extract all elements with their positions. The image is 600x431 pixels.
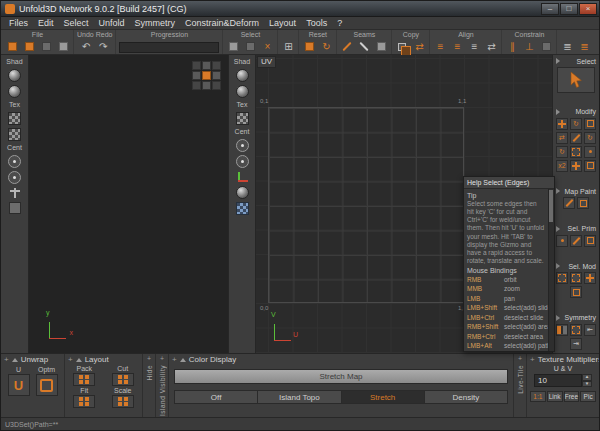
symmetry-plane-icon[interactable]: [570, 324, 582, 336]
free-button[interactable]: Free: [564, 391, 580, 402]
rotate-cw-icon[interactable]: ↻: [556, 146, 568, 158]
constrain-pin-icon[interactable]: [539, 40, 553, 53]
menu-files[interactable]: Files: [4, 17, 33, 30]
new-file-icon[interactable]: [5, 40, 19, 53]
nav-corner-icon[interactable]: [192, 81, 201, 90]
ratio-button[interactable]: 1:1: [530, 391, 546, 402]
menu-select[interactable]: Select: [59, 17, 94, 30]
viewport-nav-cross[interactable]: [192, 61, 221, 90]
lasso-select-icon[interactable]: [570, 272, 582, 284]
nav-up-icon[interactable]: [202, 61, 211, 70]
copy-uv-icon[interactable]: [395, 40, 409, 53]
paste-uv-icon[interactable]: ⇄: [412, 40, 426, 53]
flip-u-icon[interactable]: ⇄: [556, 132, 568, 144]
uv-texture-checker-icon[interactable]: [236, 112, 249, 125]
rect-select-icon[interactable]: [556, 272, 568, 284]
uv-center-selection-icon[interactable]: [236, 155, 249, 168]
collapse-arrow-icon[interactable]: [556, 58, 560, 64]
collapse-arrow-icon[interactable]: [556, 315, 560, 321]
constrain-vertical-icon[interactable]: ⊥: [522, 40, 536, 53]
texture-checker-icon[interactable]: [8, 112, 21, 125]
help-scrollbar-thumb[interactable]: [549, 190, 553, 222]
align-center-icon[interactable]: ≡: [450, 40, 464, 53]
stepper-down-icon[interactable]: ▼: [582, 381, 592, 388]
scale-tool-icon[interactable]: [584, 118, 596, 130]
constrain-horizontal-icon[interactable]: ∥: [505, 40, 519, 53]
live-tile-strip[interactable]: + Live-Tile: [514, 354, 527, 419]
unwrap-header[interactable]: + Unwrap: [1, 354, 64, 365]
viewport-3d[interactable]: y x: [29, 55, 228, 353]
section-modify-header[interactable]: Modify: [553, 107, 599, 117]
symmetry-prev-icon[interactable]: ⇤: [584, 324, 596, 336]
texture-custom-icon[interactable]: [8, 128, 21, 141]
redo-icon[interactable]: ↷: [96, 40, 110, 53]
uv-center-view-icon[interactable]: [236, 139, 249, 152]
select-tool-button[interactable]: [557, 67, 595, 93]
fit-button[interactable]: [73, 395, 95, 408]
collapse-triangle-icon[interactable]: [180, 358, 186, 362]
list-view-icon[interactable]: ≣: [560, 40, 574, 53]
multiplier-value[interactable]: 10: [534, 374, 582, 387]
reset-uv-icon[interactable]: [302, 40, 316, 53]
section-sel-mod-header[interactable]: Sel. Mod: [553, 261, 599, 271]
save-file-icon[interactable]: [39, 40, 53, 53]
shading-smooth-icon[interactable]: [8, 69, 21, 82]
minimize-button[interactable]: –: [541, 3, 559, 15]
cube-view-icon[interactable]: [9, 202, 21, 214]
export-file-icon[interactable]: [56, 40, 70, 53]
mode-off-button[interactable]: Off: [174, 390, 258, 404]
maximize-button[interactable]: □: [560, 3, 578, 15]
select-edge-icon[interactable]: [570, 235, 582, 247]
expand-icon[interactable]: +: [4, 355, 9, 364]
seam-erase-icon[interactable]: [374, 40, 388, 53]
rotate-ccw-icon[interactable]: ↻: [584, 132, 596, 144]
symmetry-next-icon[interactable]: ⇥: [570, 338, 582, 350]
menu-symmetry[interactable]: Symmetry: [130, 17, 181, 30]
expand-icon[interactable]: +: [530, 355, 535, 364]
paint-erase-icon[interactable]: [577, 197, 589, 209]
clear-selection-icon[interactable]: ×: [260, 40, 274, 53]
collapse-arrow-icon[interactable]: [556, 263, 560, 269]
center-view-icon[interactable]: [8, 155, 21, 168]
section-sel-prim-header[interactable]: Sel. Prim: [553, 224, 599, 234]
expand-icon[interactable]: +: [518, 355, 522, 363]
optimize-button[interactable]: [36, 374, 58, 396]
snap-icon[interactable]: [584, 146, 596, 158]
relax-icon[interactable]: [584, 160, 596, 172]
expand-icon[interactable]: +: [147, 355, 151, 363]
menu-tools[interactable]: Tools: [301, 17, 332, 30]
scale-button[interactable]: [112, 395, 134, 408]
menu-help[interactable]: ?: [332, 17, 347, 30]
section-map-paint-header[interactable]: Map Paint: [553, 186, 599, 196]
align-right-icon[interactable]: ≡: [467, 40, 481, 53]
menu-layout[interactable]: Layout: [264, 17, 301, 30]
flip-v-icon[interactable]: [570, 132, 582, 144]
section-symmetry-header[interactable]: Symmetry: [553, 313, 599, 323]
unfold-button[interactable]: U: [8, 374, 30, 396]
nav-home-icon[interactable]: [202, 71, 211, 80]
titlebar[interactable]: Unfold3D Network 9.0.2 [Build 2457] (CG)…: [1, 1, 599, 17]
collapse-arrow-icon[interactable]: [556, 188, 560, 194]
mode-island-topo-button[interactable]: Island Topo: [258, 390, 341, 404]
weld-icon[interactable]: [570, 160, 582, 172]
layout-header[interactable]: + Layout: [65, 354, 142, 365]
pic-button[interactable]: Pic: [580, 391, 596, 402]
nav-corner-icon[interactable]: [192, 61, 201, 70]
mode-density-button[interactable]: Density: [425, 390, 508, 404]
seam-wand-icon[interactable]: [357, 40, 371, 53]
align-left-icon[interactable]: ≡: [433, 40, 447, 53]
rotate-tool-icon[interactable]: ↻: [570, 118, 582, 130]
options-icon[interactable]: ≣: [577, 40, 591, 53]
collapse-arrow-icon[interactable]: [556, 109, 560, 115]
multiply-x2-icon[interactable]: x2: [556, 160, 568, 172]
transform-box-icon[interactable]: [570, 146, 582, 158]
uv-preview-icon[interactable]: [236, 186, 249, 199]
mode-stretch-button[interactable]: Stretch: [342, 390, 425, 404]
cut-button[interactable]: [112, 373, 134, 386]
texture-multipliers-header[interactable]: + Texture Multipliers: [527, 354, 599, 365]
move-tool-icon[interactable]: [556, 118, 568, 130]
select-vertex-icon[interactable]: [556, 235, 568, 247]
uv-shading-smooth-icon[interactable]: [236, 69, 249, 82]
reset-rotate-icon[interactable]: ↻: [319, 40, 333, 53]
uv-axis-icon[interactable]: [236, 171, 248, 183]
